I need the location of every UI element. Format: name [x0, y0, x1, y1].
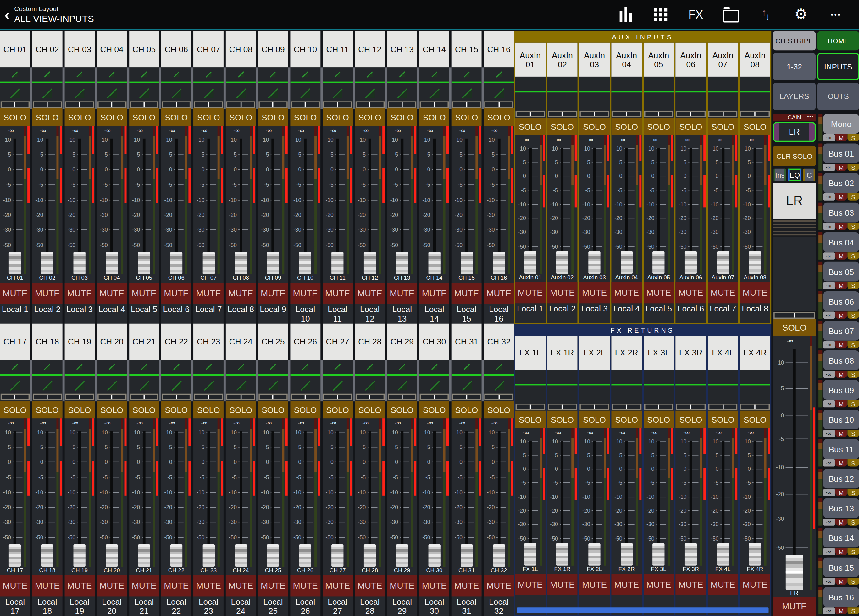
- channel-name-button[interactable]: AuxIn 06: [676, 43, 706, 77]
- solo-button[interactable]: SOLO: [676, 411, 706, 428]
- gain-display[interactable]: [515, 370, 545, 384]
- pan-indicator[interactable]: [162, 394, 191, 401]
- pan-indicator[interactable]: [130, 101, 158, 108]
- mute-button[interactable]: MUTE: [0, 282, 30, 304]
- solo-button[interactable]: SOLO: [290, 108, 320, 126]
- pan-indicator[interactable]: [65, 394, 94, 401]
- solo-button[interactable]: SOLO: [419, 401, 450, 418]
- pan-indicator[interactable]: [258, 394, 287, 401]
- solo-button[interactable]: SOLO: [0, 108, 30, 126]
- fader-cap[interactable]: [556, 251, 568, 274]
- channel-name-button[interactable]: CH 11: [323, 31, 353, 67]
- pan-indicator[interactable]: [740, 404, 770, 410]
- dynamics-display[interactable]: [161, 376, 192, 393]
- solo-button[interactable]: SOLO: [387, 401, 417, 418]
- fader-cap[interactable]: [524, 251, 536, 274]
- fader-cap[interactable]: [653, 251, 665, 274]
- channel-name-button[interactable]: AuxIn 01: [515, 43, 545, 77]
- gain-display[interactable]: [515, 77, 545, 91]
- mute-button[interactable]: MUTE: [226, 575, 256, 596]
- dynamics-display[interactable]: [290, 83, 320, 101]
- bus-select-button[interactable]: Bus 11: [823, 439, 859, 459]
- dynamics-display[interactable]: [740, 386, 770, 404]
- dynamics-display[interactable]: [419, 83, 450, 101]
- gain-display[interactable]: [451, 360, 482, 374]
- pan-indicator[interactable]: [1, 101, 30, 108]
- dynamics-display[interactable]: [97, 83, 127, 101]
- pan-indicator[interactable]: [97, 394, 126, 401]
- dynamics-display[interactable]: [547, 386, 578, 404]
- solo-button[interactable]: SOLO: [579, 411, 610, 428]
- gain-display[interactable]: [161, 360, 192, 374]
- mute-button[interactable]: MUTE: [323, 575, 353, 596]
- pan-indicator[interactable]: [355, 101, 384, 108]
- dynamics-display[interactable]: [161, 83, 192, 101]
- channel-name-button[interactable]: CH 15: [451, 31, 482, 67]
- bus-solo-button[interactable]: S: [847, 548, 859, 555]
- mute-button[interactable]: MUTE: [611, 282, 642, 303]
- solo-button[interactable]: SOLO: [194, 401, 223, 418]
- channel-name-button[interactable]: AuxIn 04: [611, 43, 642, 77]
- fader-cap[interactable]: [428, 252, 440, 274]
- gain-display[interactable]: [387, 67, 417, 81]
- pan-indicator[interactable]: [644, 111, 673, 117]
- mute-button[interactable]: MUTE: [708, 574, 738, 595]
- bus-select-button[interactable]: Bus 01: [823, 143, 859, 163]
- mute-button[interactable]: MUTE: [194, 282, 223, 304]
- bus-select-button[interactable]: Bus 04: [823, 232, 859, 252]
- channel-name-button[interactable]: CH 12: [355, 31, 385, 67]
- solo-button[interactable]: SOLO: [611, 411, 642, 428]
- dynamics-display[interactable]: [258, 83, 288, 101]
- mute-button[interactable]: MUTE: [676, 574, 706, 595]
- pan-indicator[interactable]: [130, 394, 158, 401]
- solo-button[interactable]: SOLO: [484, 108, 514, 126]
- mute-button[interactable]: MUTE: [0, 575, 30, 596]
- geq-thumbnail[interactable]: [773, 220, 815, 235]
- bus-mute-button[interactable]: M: [836, 548, 847, 555]
- dynamics-display[interactable]: [33, 376, 62, 393]
- channel-name-button[interactable]: CH 16: [484, 31, 514, 67]
- pan-indicator[interactable]: [420, 394, 449, 401]
- dynamics-display[interactable]: [484, 376, 514, 393]
- pan-indicator[interactable]: [515, 404, 545, 410]
- mute-button[interactable]: MUTE: [323, 282, 353, 304]
- channel-name-button[interactable]: CH 02: [33, 31, 62, 67]
- solo-button[interactable]: SOLO: [355, 108, 385, 126]
- dynamics-display[interactable]: [64, 376, 95, 393]
- grid-view-icon[interactable]: [643, 0, 678, 29]
- fader-cap[interactable]: [9, 252, 21, 274]
- solo-button[interactable]: SOLO: [611, 118, 642, 136]
- channel-name-button[interactable]: CH 06: [161, 31, 192, 67]
- fader-cap[interactable]: [138, 544, 150, 567]
- fader-cap[interactable]: [493, 544, 504, 567]
- gain-menu-dots-icon[interactable]: •••: [807, 114, 814, 119]
- fader-cap[interactable]: [556, 543, 568, 565]
- gain-display[interactable]: [97, 360, 127, 374]
- fader-cap[interactable]: [364, 252, 376, 274]
- gain-display[interactable]: [484, 360, 514, 374]
- mute-button[interactable]: MUTE: [161, 575, 192, 596]
- dynamics-display[interactable]: [97, 376, 127, 393]
- bus-solo-button[interactable]: S: [847, 430, 859, 437]
- mute-button[interactable]: MUTE: [161, 282, 192, 304]
- channel-name-button[interactable]: CH 28: [355, 324, 385, 360]
- channel-name-button[interactable]: CH 10: [290, 31, 320, 67]
- dynamics-display[interactable]: [355, 376, 385, 393]
- gain-display[interactable]: [355, 360, 385, 374]
- pan-indicator[interactable]: [452, 394, 481, 401]
- dynamics-display[interactable]: [579, 386, 610, 404]
- nav-button-outs[interactable]: OUTS: [817, 83, 859, 110]
- fader-cap[interactable]: [493, 252, 504, 274]
- channel-name-button[interactable]: CH 17: [0, 324, 30, 360]
- gain-display[interactable]: [0, 67, 30, 81]
- channel-name-button[interactable]: FX 3L: [643, 336, 674, 370]
- bus-solo-button[interactable]: S: [847, 371, 859, 378]
- channel-name-button[interactable]: CH 26: [290, 324, 320, 360]
- mute-button[interactable]: MUTE: [64, 575, 95, 596]
- bus-mute-button[interactable]: M: [836, 607, 847, 614]
- mute-button[interactable]: MUTE: [676, 282, 706, 303]
- mute-button[interactable]: MUTE: [258, 282, 288, 304]
- pan-indicator[interactable]: [548, 111, 577, 117]
- gain-display[interactable]: [161, 67, 192, 81]
- fader-cap[interactable]: [331, 252, 344, 274]
